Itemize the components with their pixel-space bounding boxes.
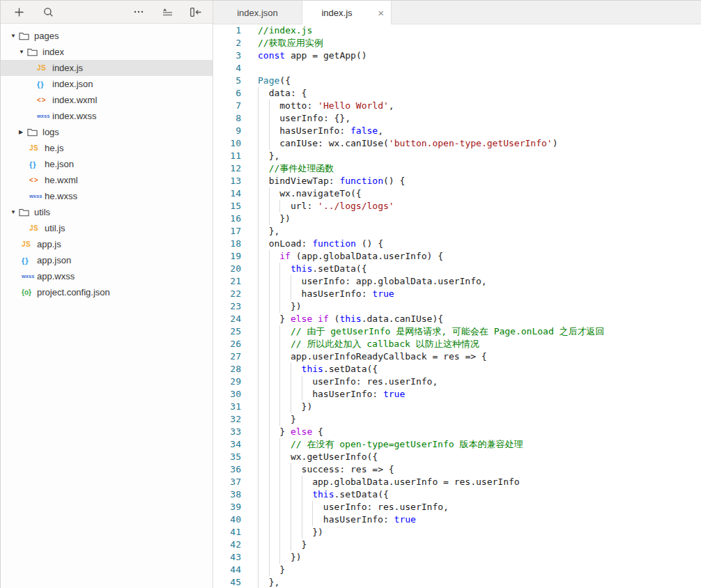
code-line: 34// 在没有 open-type=getUserInfo 版本的兼容处理	[213, 438, 701, 451]
indent-guide	[258, 300, 269, 313]
search-button[interactable]	[41, 5, 55, 19]
indent-guide	[269, 338, 280, 350]
indent-guide	[269, 363, 280, 376]
indent-guide	[269, 513, 280, 526]
code-line: 14wx.navigateTo({	[213, 187, 701, 200]
tree-item-utils[interactable]: ▼utils	[1, 204, 213, 220]
indent-guide	[269, 313, 280, 325]
search-icon	[43, 6, 54, 18]
collapse-sidebar-button[interactable]	[189, 5, 203, 19]
indent-guide	[269, 200, 280, 212]
line-number: 40	[213, 513, 241, 526]
tree-item-he.wxml[interactable]: <>he.wxml	[1, 172, 213, 188]
line-number: 43	[213, 551, 241, 564]
wechat-devtools-window: ▼pages▼indexJSindex.js{}index.json<>inde…	[0, 0, 701, 588]
code-line: 17},	[213, 225, 701, 238]
collapse-all-button[interactable]	[160, 5, 174, 19]
chevron-down-icon[interactable]: ▼	[10, 33, 19, 39]
indent-guide	[279, 463, 291, 476]
wxss-file-icon: wxss	[29, 193, 43, 199]
line-number: 17	[213, 225, 241, 238]
code-line: 29userInfo: res.userInfo,	[213, 376, 701, 388]
code-line: 24} else if (this.data.canIUse){	[213, 313, 701, 325]
code-line: 21userInfo: app.globalData.userInfo,	[213, 275, 701, 288]
line-number: 16	[213, 212, 241, 225]
tree-item-app.json[interactable]: {}app.json	[1, 252, 213, 268]
json-file-icon: {}	[29, 160, 43, 169]
file-label: index.json	[52, 79, 93, 89]
code-line: 33} else {	[213, 426, 701, 438]
line-number: 3	[213, 49, 241, 62]
indent-guide	[258, 388, 269, 401]
indent-guide	[269, 212, 280, 225]
tab-index.js[interactable]: index.js×	[302, 1, 392, 24]
code-line: 12//事件处理函数	[213, 162, 701, 175]
tab-index.json[interactable]: index.json	[213, 1, 302, 24]
js-file-icon: JS	[29, 224, 43, 232]
collapse-sidebar-icon	[190, 7, 202, 17]
more-button[interactable]	[132, 5, 146, 19]
code-line: 8userInfo: {},	[213, 112, 701, 125]
line-number: 39	[213, 501, 241, 513]
wxml-file-icon: <>	[29, 176, 43, 184]
chevron-down-icon[interactable]: ▼	[19, 49, 27, 55]
chevron-down-icon[interactable]: ▼	[10, 210, 19, 215]
indent-guide	[291, 376, 302, 388]
editor-area: index.jsonindex.js× 1//index.js2//获取应用实例…	[213, 1, 701, 588]
tree-item-he.js[interactable]: JShe.js	[1, 140, 213, 156]
indent-guide	[302, 476, 313, 488]
folder-label: logs	[43, 127, 59, 137]
indent-guide	[279, 350, 291, 363]
tree-item-index.js[interactable]: JSindex.js	[1, 60, 213, 76]
tree-item-he.wxss[interactable]: wxsshe.wxss	[1, 188, 213, 204]
indent-guide	[279, 551, 291, 564]
line-number: 9	[213, 125, 241, 137]
tree-item-logs[interactable]: ▶logs	[1, 124, 213, 140]
indent-guide	[302, 488, 313, 501]
indent-guide	[269, 526, 280, 539]
indent-guide	[258, 100, 269, 112]
indent-guide	[269, 100, 280, 112]
tree-item-util.js[interactable]: JSutil.js	[1, 220, 213, 236]
indent-guide	[258, 112, 269, 125]
indent-guide	[279, 451, 291, 463]
indent-guide	[269, 501, 280, 513]
tree-item-app.wxss[interactable]: wxssapp.wxss	[1, 268, 213, 284]
indent-guide	[258, 463, 269, 476]
indent-guide	[279, 513, 291, 526]
add-file-button[interactable]	[12, 5, 26, 19]
tree-item-he.json[interactable]: {}he.json	[1, 156, 213, 172]
line-number: 2	[213, 37, 241, 49]
line-number: 12	[213, 162, 241, 175]
collapse-all-icon	[162, 7, 174, 17]
indent-guide	[258, 225, 269, 238]
wxml-file-icon: <>	[37, 96, 51, 104]
indent-guide	[258, 238, 269, 250]
close-tab-icon[interactable]: ×	[378, 8, 384, 18]
line-number: 37	[213, 476, 241, 488]
indent-guide	[258, 350, 269, 363]
line-number: 23	[213, 300, 241, 313]
code-line: 26// 所以此处加入 callback 以防止这种情况	[213, 338, 701, 350]
tree-item-project.config.json[interactable]: {o}project.config.json	[1, 284, 213, 300]
tree-item-pages[interactable]: ▼pages	[1, 28, 213, 44]
code-editor[interactable]: 1//index.js2//获取应用实例3const app = getApp(…	[213, 24, 701, 588]
tree-item-app.js[interactable]: JSapp.js	[1, 236, 213, 252]
line-number: 21	[213, 275, 241, 288]
tree-item-index.json[interactable]: {}index.json	[1, 76, 213, 92]
indent-guide	[312, 513, 323, 526]
line-number: 11	[213, 150, 241, 162]
code-line: 45},	[213, 576, 701, 588]
file-label: project.config.json	[37, 287, 110, 297]
indent-guide	[269, 438, 280, 451]
indent-guide	[269, 350, 280, 363]
tree-item-index.wxml[interactable]: <>index.wxml	[1, 92, 213, 108]
chevron-right-icon[interactable]: ▶	[19, 130, 27, 135]
line-number: 26	[213, 338, 241, 350]
js-file-icon: JS	[37, 64, 51, 72]
tree-item-index[interactable]: ▼index	[1, 44, 213, 60]
indent-guide	[279, 539, 291, 551]
code-line: 7motto: 'Hello World',	[213, 100, 701, 112]
file-tree: ▼pages▼indexJSindex.js{}index.json<>inde…	[1, 24, 213, 588]
tree-item-index.wxss[interactable]: wxssindex.wxss	[1, 108, 213, 124]
